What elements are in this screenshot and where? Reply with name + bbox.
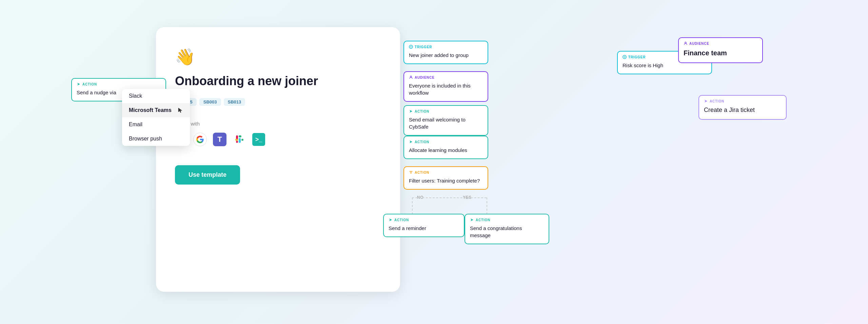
svg-marker-10 [389,218,392,221]
action-congrats: ACTION Send a congratulations message [465,214,549,244]
filter-label: ACTION [409,170,483,174]
card-emoji: 👋 [175,47,381,66]
tags-row: SB015 SB003 SB013 [175,98,381,106]
dropdown-item-browser[interactable]: Browser push [122,132,190,146]
svg-rect-1 [236,141,238,143]
svg-marker-9 [410,140,412,143]
nudge-label: ACTION [77,82,161,86]
svg-rect-5 [235,139,238,141]
google-icon [193,133,207,146]
svg-marker-11 [471,218,473,221]
main-card: 👋 Onboarding a new joiner SB015 SB003 SB… [156,27,400,292]
filter-text: Filter users: Training complete? [409,177,483,184]
svg-marker-12 [77,83,80,85]
trigger-node-1: TRIGGER New joiner added to group [403,41,488,64]
action-jira-text: Create a Jira ticket [704,106,781,114]
svg-rect-3 [239,138,241,143]
action-jira: ACTION Create a Jira ticket [698,95,787,120]
action-reminder-label: ACTION [389,218,459,222]
trigger-label-1: TRIGGER [409,45,483,49]
audience-node-1: AUDIENCE Everyone is included in this wo… [403,71,488,102]
tag-sb003: SB003 [199,98,221,106]
action-text-1: Send email welcoming to CybSafe [409,116,483,130]
use-template-button[interactable]: Use template [175,165,240,185]
tag-sb013: SB013 [224,98,245,106]
action-congrats-label: ACTION [470,218,544,222]
action-node-2: ACTION Allocate learning modules [403,136,488,159]
action-reminder-text: Send a reminder [389,225,459,232]
action-label-1: ACTION [409,109,483,113]
action-node-1: ACTION Send email welcoming to CybSafe [403,105,488,136]
yes-connector [487,197,487,214]
dropdown-menu[interactable]: Slack Microsoft Teams Email Browser push [122,89,190,146]
audience-text-1: Everyone is included in this workflow [409,82,483,96]
dropdown-item-email[interactable]: Email [122,117,190,132]
works-with-label: Works with [175,121,381,127]
svg-marker-8 [410,110,412,113]
branch-connector [412,197,487,198]
card-title: Onboarding a new joiner [175,73,381,89]
action-jira-label: ACTION [704,99,781,103]
audience-text-2: Finance team [684,48,757,58]
svg-marker-14 [705,100,707,102]
trigger-text-1: New joiner added to group [409,52,483,59]
audience-node-2: AUDIENCE Finance team [678,37,763,63]
action-reminder: ACTION Send a reminder [383,214,465,237]
integrations-row: T >_ [175,133,381,146]
svg-rect-4 [241,139,243,141]
action-label-2: ACTION [409,140,483,144]
dropdown-item-teams[interactable]: Microsoft Teams [122,103,190,117]
dropdown-item-slack[interactable]: Slack [122,89,190,103]
filter-node: ACTION Filter users: Training complete? [403,166,488,190]
audience-label-1: AUDIENCE [409,75,483,79]
slack-icon [233,133,246,146]
teams-icon: T [213,133,226,146]
action-text-2: Allocate learning modules [409,147,483,154]
action-congrats-text: Send a congratulations message [470,225,544,239]
no-connector [412,197,413,214]
terminal-icon: >_ [252,133,265,146]
svg-rect-6 [239,135,241,137]
audience-label-2: AUDIENCE [684,41,757,45]
